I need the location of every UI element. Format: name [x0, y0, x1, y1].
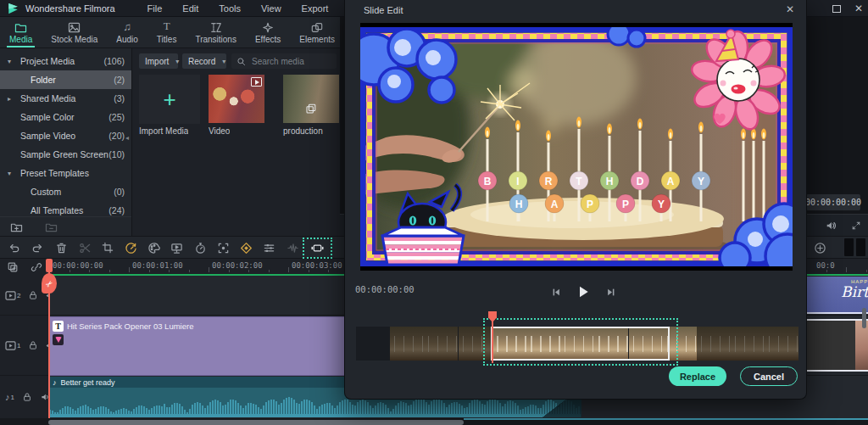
- timer-button[interactable]: [191, 238, 209, 257]
- production-thumbnail[interactable]: [283, 75, 339, 123]
- speed-button[interactable]: [121, 238, 140, 257]
- maximize-button[interactable]: [832, 5, 841, 13]
- sidebar-item-folder[interactable]: Folder (2): [0, 70, 131, 89]
- track-bottom-line: [464, 418, 868, 420]
- ruler-label: 00:00:03:00: [292, 261, 342, 270]
- title-t-icon: T: [53, 321, 64, 332]
- search-input[interactable]: [250, 56, 326, 67]
- lock-icon[interactable]: [28, 290, 38, 300]
- delete-button[interactable]: [52, 238, 70, 257]
- crop-button[interactable]: [98, 238, 117, 257]
- denoise-button[interactable]: [283, 238, 302, 257]
- filmstrip-thumb[interactable]: [390, 327, 424, 361]
- video-label: Video: [209, 126, 230, 136]
- link-icon[interactable]: [31, 261, 42, 273]
- speaker-icon[interactable]: [825, 220, 837, 232]
- filmstrip-thumb[interactable]: [356, 327, 390, 361]
- sidebar-collapse-icon[interactable]: ◂: [125, 134, 129, 142]
- import-media-card[interactable]: +: [139, 75, 200, 124]
- tab-titles[interactable]: T Titles: [147, 17, 186, 48]
- prev-frame-button[interactable]: [547, 285, 565, 299]
- effects-sparkle-icon: [262, 20, 274, 33]
- playhead-head[interactable]: [46, 259, 53, 272]
- close-window-button[interactable]: ✕: [854, 3, 863, 14]
- sidebar-item-shared-media[interactable]: ▸ Shared Media (3): [0, 89, 131, 108]
- elements-shapes-icon: [311, 20, 323, 33]
- menu-tools[interactable]: Tools: [209, 3, 251, 14]
- svg-text:Y: Y: [698, 176, 704, 187]
- tab-audio[interactable]: ♫ Audio: [107, 17, 147, 48]
- project-file-icon: [305, 103, 316, 115]
- tab-effects[interactable]: Effects: [246, 17, 290, 48]
- expand-arrow-icon[interactable]: ▸: [8, 95, 11, 103]
- horizontal-scrollbar[interactable]: [48, 420, 464, 425]
- play-button[interactable]: [574, 285, 593, 299]
- svg-text:D: D: [637, 176, 644, 187]
- dialog-header: Slide Edit ✕: [345, 0, 806, 20]
- sidebar-item-project-media[interactable]: ▾ Project Media (106): [0, 52, 131, 70]
- video-badge-icon: [251, 77, 262, 87]
- sidebar-item-sample-video[interactable]: Sample Video (20): [0, 126, 131, 145]
- import-button[interactable]: Import▾: [139, 53, 178, 69]
- add-to-timeline-button[interactable]: [810, 238, 829, 257]
- collapse-arrow-icon[interactable]: ▾: [8, 58, 11, 65]
- app-title: Wondershare Filmora: [25, 3, 115, 14]
- undo-button[interactable]: [5, 238, 24, 257]
- sidebar-item-sample-color[interactable]: Sample Color (25): [0, 108, 131, 126]
- slide-edit-dialog: Slide Edit ✕: [344, 0, 807, 400]
- sidebar-item-custom[interactable]: Custom (0): [0, 182, 131, 201]
- split-scissors-button[interactable]: [75, 238, 94, 257]
- delete-folder-icon[interactable]: [45, 221, 58, 232]
- filmstrip-thumb[interactable]: [424, 327, 458, 361]
- tab-transitions[interactable]: Transitions: [186, 17, 246, 48]
- vertical-scrollbar[interactable]: [862, 308, 866, 328]
- cancel-button[interactable]: Cancel: [740, 366, 798, 386]
- sidebar-item-sample-green-screen[interactable]: Sample Green Screen (10): [0, 145, 131, 164]
- svg-text:T: T: [576, 176, 582, 187]
- dialog-title: Slide Edit: [364, 5, 403, 15]
- svg-text:I: I: [516, 176, 519, 187]
- collapse-arrow-icon[interactable]: ▾: [8, 170, 11, 177]
- svg-text:P: P: [587, 199, 593, 210]
- sidebar-item-preset-templates[interactable]: ▾ Preset Templates: [0, 164, 131, 182]
- chevron-down-icon: ▾: [175, 58, 179, 65]
- record-button[interactable]: Record▾: [182, 53, 226, 69]
- titles-t-icon: T: [164, 20, 170, 33]
- music-note-icon: ♪: [53, 378, 57, 387]
- preview-timecode: 00:00:00:00: [806, 194, 860, 210]
- menu-file[interactable]: File: [137, 3, 173, 14]
- new-folder-icon[interactable]: [10, 221, 23, 232]
- presentation-button[interactable]: [167, 238, 186, 257]
- sidebar-folder-toolbar: [0, 216, 131, 236]
- color-button[interactable]: [144, 238, 163, 257]
- menu-edit[interactable]: Edit: [172, 3, 209, 14]
- tab-media[interactable]: Media: [0, 17, 42, 48]
- filmstrip-thumb[interactable]: [731, 327, 765, 361]
- tab-elements[interactable]: Elements: [290, 17, 344, 48]
- lock-icon[interactable]: [28, 340, 38, 350]
- lock-icon[interactable]: [22, 392, 32, 402]
- redo-button[interactable]: [28, 238, 47, 257]
- title-color-icon: [53, 334, 64, 345]
- menu-view[interactable]: View: [251, 3, 292, 14]
- video-thumbnail[interactable]: [209, 75, 264, 123]
- fullscreen-icon[interactable]: [851, 221, 861, 231]
- filmstrip-clip-bounds[interactable]: [491, 327, 670, 361]
- adjust-button[interactable]: [259, 238, 278, 257]
- tab-stock-media[interactable]: Stock Media: [42, 17, 107, 48]
- playhead-split-marker[interactable]: ✂: [42, 273, 57, 294]
- add-marker-icon[interactable]: [7, 261, 19, 273]
- dialog-close-icon[interactable]: ✕: [786, 3, 794, 15]
- slide-edit-button[interactable]: [308, 238, 326, 257]
- next-frame-button[interactable]: [602, 285, 620, 299]
- ruler-label: 00:0: [816, 261, 835, 270]
- keyframe-button[interactable]: [236, 238, 255, 257]
- motion-track-button[interactable]: [214, 238, 232, 257]
- menu-export[interactable]: Export: [292, 3, 339, 14]
- filmora-app: Wondershare Filmora File Edit Tools View…: [0, 0, 868, 425]
- ruler-label: 00:00:02:00: [212, 261, 263, 270]
- replace-button[interactable]: Replace: [669, 366, 726, 386]
- filmstrip-thumb[interactable]: [765, 327, 798, 361]
- filmstrip-thumb[interactable]: [697, 327, 731, 361]
- search-media-box[interactable]: [231, 53, 337, 69]
